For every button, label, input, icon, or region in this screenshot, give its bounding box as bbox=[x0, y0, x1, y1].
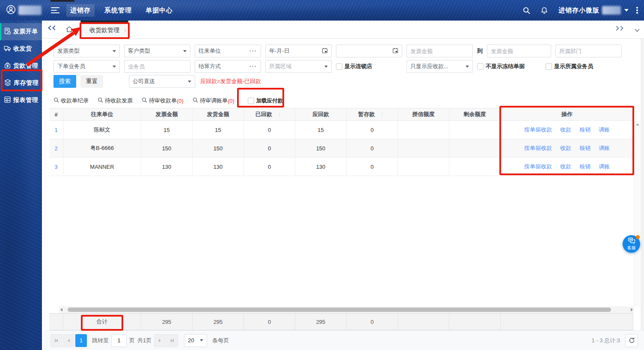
salesman-input[interactable] bbox=[124, 60, 190, 73]
column-header-index[interactable]: # bbox=[49, 108, 63, 120]
chevron-right-icon[interactable]: 〉 bbox=[381, 111, 386, 118]
customer-support-button[interactable]: 客服 bbox=[623, 235, 640, 253]
column-header-temp-deposit[interactable]: 暂存款〉 bbox=[347, 108, 398, 120]
home-icon[interactable] bbox=[65, 25, 74, 35]
invoice-type-select[interactable]: 发票类型 bbox=[53, 45, 120, 57]
checkbox-icon[interactable] bbox=[248, 98, 254, 104]
adjust-account-link[interactable]: 调账 bbox=[599, 144, 610, 152]
row-index[interactable]: 3 bbox=[49, 158, 63, 176]
show-chain-stores-checkbox[interactable]: 显示连锁店 bbox=[336, 63, 402, 70]
current-page-button[interactable]: 1 bbox=[75, 334, 87, 347]
column-header-remaining-limit[interactable]: 剩余额度 bbox=[449, 108, 501, 120]
column-header-delivery-amount[interactable]: 发货金额 bbox=[193, 108, 244, 120]
scrollbar-thumb[interactable] bbox=[68, 308, 611, 312]
search-icon[interactable] bbox=[522, 6, 531, 15]
customer-type-select[interactable]: 客户类型 bbox=[124, 45, 190, 57]
checkbox-icon[interactable] bbox=[477, 63, 484, 70]
checkbox-icon[interactable] bbox=[546, 63, 552, 70]
reset-button[interactable]: 重置 bbox=[80, 75, 103, 88]
refresh-button[interactable] bbox=[625, 334, 638, 347]
sidebar-item-report-management[interactable]: 报表管理 bbox=[0, 92, 42, 109]
tab-list-icon[interactable] bbox=[635, 26, 639, 33]
page-size-select[interactable]: 20 bbox=[184, 334, 207, 347]
sidebar-item-label: 发票开单 bbox=[13, 28, 38, 36]
show-owned-salesman-checkbox[interactable]: 显示所属业务员 bbox=[546, 63, 593, 70]
write-off-link[interactable]: 核销 bbox=[579, 126, 591, 134]
jump-page-input[interactable] bbox=[111, 334, 127, 347]
notification-dot bbox=[636, 235, 640, 239]
receive-payment-link[interactable]: 收款 bbox=[560, 144, 571, 152]
column-header-counterparty[interactable]: 往来单位 bbox=[63, 108, 141, 120]
row-index[interactable]: 2 bbox=[49, 139, 63, 157]
table-row[interactable]: 2 粤B-6666 150 150 0 150 0 按单据收款 收款 核销 调账 bbox=[49, 139, 633, 158]
receipt-records-link[interactable]: 收款单纪录 bbox=[53, 97, 89, 105]
write-off-link[interactable]: 核销 bbox=[579, 144, 591, 152]
more-vertical-icon[interactable] bbox=[636, 6, 638, 15]
first-page-button[interactable] bbox=[50, 334, 62, 347]
chevron-right-icon[interactable]: 〉 bbox=[278, 111, 283, 118]
column-header-invoice-amount[interactable]: 发票金额 bbox=[141, 108, 193, 120]
pending-receipt-orders-link[interactable]: 待审收款单(0) bbox=[142, 97, 184, 105]
hamburger-icon[interactable] bbox=[51, 6, 59, 15]
nav-item-document-center[interactable]: 单据中心 bbox=[142, 4, 177, 17]
invoice-amount-max-input[interactable] bbox=[487, 45, 551, 57]
tab-receivables-management[interactable]: 收货款管理 bbox=[80, 21, 128, 39]
table-row[interactable]: 3 MANNER 130 130 0 130 0 按单据收款 收款 核销 调账 bbox=[49, 158, 633, 176]
horizontal-scrollbar[interactable] bbox=[59, 306, 634, 313]
totals-paid: 0 bbox=[244, 314, 295, 330]
nav-item-system-management[interactable]: 系统管理 bbox=[101, 4, 136, 17]
vertical-scrollbar[interactable] bbox=[634, 121, 640, 306]
search-button[interactable]: 搜索 bbox=[53, 75, 76, 88]
cell-actions: 按单据收款 收款 核销 调账 bbox=[501, 158, 633, 176]
settlement-method-picker[interactable]: 结算方式 ··· bbox=[195, 60, 261, 73]
load-payables-checkbox[interactable]: 加载应付款 bbox=[248, 97, 283, 105]
link-label: 收款单纪录 bbox=[61, 97, 89, 105]
collapse-tabs-icon[interactable] bbox=[49, 26, 57, 30]
page-size-value: 20 bbox=[188, 337, 194, 344]
adjust-account-link[interactable]: 调账 bbox=[599, 126, 610, 134]
select-value: 公司直送 bbox=[133, 78, 188, 85]
user-avatar-icon[interactable] bbox=[6, 5, 16, 16]
department-input[interactable] bbox=[555, 45, 622, 57]
receive-payment-link[interactable]: 收款 bbox=[560, 163, 571, 171]
main-area: 收货款管理 发票类型 客户类型 往来单位 ··· 年-月-日 bbox=[42, 21, 644, 350]
bell-icon[interactable] bbox=[540, 6, 549, 15]
adjust-account-link[interactable]: 调账 bbox=[599, 163, 610, 171]
sidebar-item-invoicing[interactable]: 发票开单 bbox=[0, 23, 42, 40]
delivery-mode-select[interactable]: 公司直送 bbox=[129, 75, 195, 88]
sidebar-item-inventory-management[interactable]: 库存管理 bbox=[0, 75, 42, 92]
next-page-button[interactable] bbox=[154, 334, 166, 347]
counterparty-picker[interactable]: 往来单位 ··· bbox=[195, 45, 261, 57]
nav-item-inventory-suite[interactable]: 进销存 bbox=[66, 4, 95, 17]
pending-adjustment-orders-link[interactable]: 待审调账单(0) bbox=[193, 97, 234, 105]
prev-page-button[interactable] bbox=[63, 334, 74, 347]
only-receivable-select[interactable]: 只显示应收款... bbox=[407, 60, 473, 73]
table-row[interactable]: 1 陈献文 15 15 0 15 0 按单据收款 收款 核销 调账 bbox=[49, 121, 633, 139]
receive-by-document-link[interactable]: 按单据收款 bbox=[524, 126, 552, 134]
order-salesman-select[interactable]: 下单业务员 bbox=[53, 60, 120, 73]
scroll-right-arrow-icon[interactable] bbox=[631, 308, 633, 311]
sidebar-item-payment-management[interactable]: ¥ 货款管理 bbox=[0, 57, 42, 75]
receive-by-document-link[interactable]: 按单据收款 bbox=[524, 144, 552, 152]
date-to-picker[interactable] bbox=[336, 45, 402, 57]
scroll-left-arrow-icon[interactable] bbox=[60, 308, 62, 311]
date-from-picker[interactable]: 年-月-日 bbox=[265, 45, 332, 57]
receive-by-document-link[interactable]: 按单据收款 bbox=[524, 163, 552, 171]
checkbox-icon[interactable] bbox=[336, 63, 342, 70]
write-off-link[interactable]: 核销 bbox=[579, 163, 591, 171]
brand-account[interactable]: 进销存小微版 bbox=[558, 6, 629, 15]
receive-payment-link[interactable]: 收款 bbox=[560, 126, 571, 134]
invoice-amount-min-input[interactable] bbox=[407, 45, 473, 57]
sidebar-item-shipping-receiving[interactable]: 收发货 bbox=[0, 40, 42, 57]
column-header-due[interactable]: 应回款 bbox=[295, 108, 347, 120]
hide-frozen-docs-checkbox[interactable]: 不显示冻结单据 bbox=[477, 63, 541, 70]
scroll-up-arrow-icon[interactable] bbox=[636, 123, 639, 126]
region-select[interactable]: 所属区域 bbox=[265, 60, 332, 73]
cell-temp-deposit: 0 bbox=[347, 139, 398, 157]
expand-tabs-icon[interactable] bbox=[615, 27, 623, 30]
column-header-paid[interactable]: 已回款〉 bbox=[244, 108, 295, 120]
pending-invoices-link[interactable]: 待收款发票 bbox=[98, 97, 133, 105]
last-page-button[interactable] bbox=[166, 334, 178, 347]
column-header-credit-limit[interactable]: 授信额度 bbox=[398, 108, 449, 120]
row-index[interactable]: 1 bbox=[49, 121, 63, 139]
